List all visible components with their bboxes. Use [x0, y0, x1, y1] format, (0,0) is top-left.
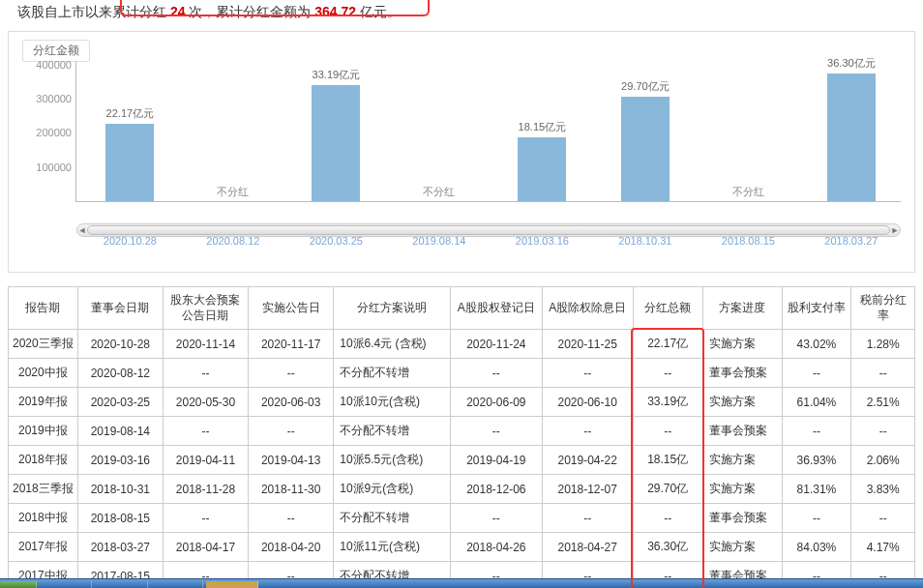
table-cell: 2020-11-25 [542, 330, 633, 359]
chart-bar: 不分红 [394, 61, 485, 201]
table-header: 股东大会预案公告日期 [163, 287, 248, 330]
table-cell: 董事会预案 [702, 359, 782, 388]
table-cell: 2018-04-26 [451, 533, 542, 562]
table-cell: 2020-06-10 [542, 388, 633, 417]
table-cell: 2020-08-12 [77, 359, 163, 388]
table-row: 2020三季报2020-10-282020-11-142020-11-1710派… [9, 330, 915, 359]
table-cell: -- [249, 504, 334, 533]
table-cell: 2018三季报 [9, 475, 78, 504]
table-cell: 2017年报 [9, 533, 78, 562]
table-cell: -- [451, 359, 542, 388]
table-cell: 10派6.4元 (含税) [334, 330, 451, 359]
table-cell: -- [163, 359, 248, 388]
table-header: 税前分红率 [851, 287, 915, 330]
table-cell: 2019-04-22 [542, 446, 633, 475]
table-cell: -- [542, 359, 633, 388]
table-header: 方案进度 [702, 287, 782, 330]
table-cell: 36.30亿 [633, 533, 702, 562]
table-cell: 2019-04-11 [163, 446, 248, 475]
table-cell: 1.28% [851, 330, 915, 359]
dividend-chart-panel: 分红金额 400000 300000 200000 100000 22.17亿元… [8, 31, 915, 273]
table-cell: 81.31% [782, 475, 851, 504]
chart-bar: 33.19亿元 [291, 61, 382, 201]
table-cell: 2020-10-28 [77, 330, 163, 359]
table-cell: 36.93% [782, 446, 851, 475]
table-cell: 2019年报 [9, 388, 78, 417]
table-cell: -- [249, 359, 334, 388]
table-cell: 2020三季报 [9, 330, 78, 359]
table-cell: 2.51% [851, 388, 915, 417]
table-cell: -- [542, 417, 633, 446]
table-cell: 22.17亿 [633, 330, 702, 359]
table-header: 分红总额 [633, 287, 702, 330]
table-cell: -- [782, 504, 851, 533]
table-cell: -- [633, 417, 702, 446]
table-cell: -- [851, 417, 915, 446]
table-cell: 实施方案 [702, 446, 782, 475]
table-cell: 4.17% [851, 533, 915, 562]
table-cell: 实施方案 [702, 388, 782, 417]
table-cell: 2018-04-27 [542, 533, 633, 562]
chart-horizontal-scrollbar[interactable]: ◄ ► [76, 223, 901, 237]
table-header: 董事会日期 [77, 287, 163, 330]
chart-bar: 不分红 [703, 61, 794, 201]
table-cell: 2018-12-06 [451, 475, 542, 504]
table-cell: -- [451, 417, 542, 446]
table-cell: 实施方案 [702, 330, 782, 359]
table-header: A股除权除息日 [542, 287, 633, 330]
table-header: 实施公告日 [249, 287, 334, 330]
chart-bar: 29.70亿元 [600, 61, 691, 201]
table-cell: -- [163, 504, 248, 533]
dividend-total: 364.72 [314, 4, 356, 19]
table-cell: 2020-11-17 [249, 330, 334, 359]
table-cell: 2018中报 [9, 504, 78, 533]
table-cell: 董事会预案 [702, 504, 782, 533]
table-cell: 2019中报 [9, 417, 78, 446]
table-row: 2018中报2018-08-15----不分配不转增------董事会预案---… [9, 504, 915, 533]
table-cell: -- [782, 359, 851, 388]
scrollbar-thumb[interactable] [87, 225, 890, 235]
table-cell: 不分配不转增 [334, 359, 451, 388]
table-cell: 2018-04-17 [163, 533, 248, 562]
chart-plot-area: 400000 300000 200000 100000 22.17亿元不分红33… [22, 61, 901, 220]
table-row: 2018年报2019-03-162019-04-112019-04-1310派5… [9, 446, 915, 475]
table-cell: 10派10元(含税) [334, 388, 451, 417]
table-cell: -- [782, 417, 851, 446]
table-cell: 2020-06-03 [249, 388, 334, 417]
table-cell: 实施方案 [702, 533, 782, 562]
scroll-right-icon[interactable]: ► [889, 224, 901, 236]
table-cell: 84.03% [782, 533, 851, 562]
table-cell: 2020-03-25 [77, 388, 163, 417]
table-cell: 2.06% [851, 446, 915, 475]
table-cell: -- [633, 359, 702, 388]
table-cell: 2018-12-07 [542, 475, 633, 504]
table-cell: 2020-05-30 [163, 388, 248, 417]
table-cell: 33.19亿 [633, 388, 702, 417]
table-header: A股股权登记日 [451, 287, 542, 330]
table-cell: 2018-04-20 [249, 533, 334, 562]
table-header: 分红方案说明 [334, 287, 451, 330]
chart-bar: 不分红 [188, 61, 279, 201]
table-cell: 2019-04-13 [249, 446, 334, 475]
chart-bar: 36.30亿元 [806, 61, 897, 201]
table-cell: 2018-11-30 [249, 475, 334, 504]
table-cell: 2018-08-15 [77, 504, 163, 533]
table-cell: 10派9元(含税) [334, 475, 451, 504]
table-cell: -- [451, 504, 542, 533]
table-cell: 18.15亿 [633, 446, 702, 475]
dividend-count: 24 [170, 4, 186, 19]
os-taskbar[interactable] [0, 578, 923, 588]
table-cell: 2019-08-14 [77, 417, 163, 446]
chart-y-axis: 400000 300000 200000 100000 [22, 61, 76, 202]
table-cell: 2020-11-24 [451, 330, 542, 359]
table-cell: -- [851, 359, 915, 388]
table-cell: 43.02% [782, 330, 851, 359]
table-row: 2018三季报2018-10-312018-11-282018-11-3010派… [9, 475, 915, 504]
table-cell: -- [249, 417, 334, 446]
table-row: 2019中报2019-08-14----不分配不转增------董事会预案---… [9, 417, 915, 446]
table-cell: 2020-06-09 [451, 388, 542, 417]
table-cell: -- [633, 504, 702, 533]
table-cell: 3.83% [851, 475, 915, 504]
table-cell: 2018-11-28 [163, 475, 248, 504]
table-cell: 实施方案 [702, 475, 782, 504]
